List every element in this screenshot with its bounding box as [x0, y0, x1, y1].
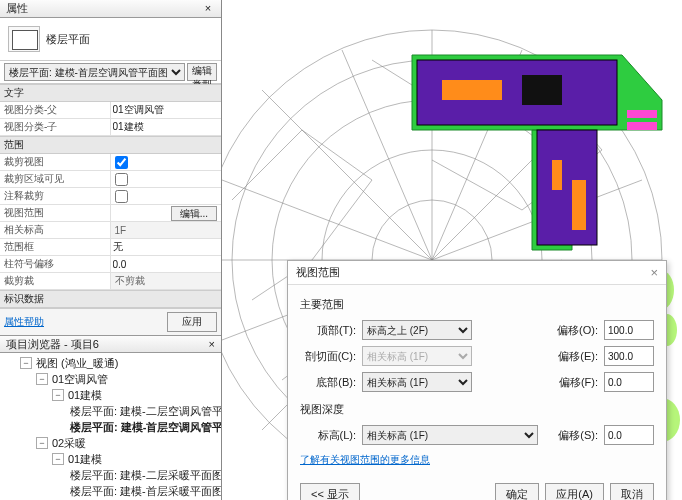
tree-twisty-icon[interactable]: − — [36, 437, 48, 449]
tree-label: 01建模 — [66, 452, 104, 467]
section-crop-value: 不剪裁 — [111, 273, 222, 289]
viewclass-parent-input[interactable] — [113, 105, 220, 116]
bottom-offset-input[interactable] — [604, 372, 654, 392]
scope-box-input[interactable] — [113, 242, 220, 253]
type-label: 楼层平面 — [46, 32, 90, 47]
dialog-title: 视图范围 — [296, 265, 340, 280]
svg-rect-19 — [522, 75, 562, 105]
prop-row-viewclass-child: 视图分类-子 — [0, 119, 221, 136]
svg-rect-18 — [442, 80, 502, 100]
tree-label: 楼层平面: 建模-二层采暖平面图 — [68, 468, 221, 483]
tree-twisty-icon[interactable]: − — [20, 357, 32, 369]
primary-range-label: 主要范围 — [300, 297, 654, 312]
floorplan-icon — [8, 26, 40, 52]
prop-row-viewclass-parent: 视图分类-父 — [0, 102, 221, 119]
svg-rect-21 — [627, 122, 657, 130]
tree-label: 楼层平面: 建模-首层采暖平面图 — [68, 484, 221, 499]
annot-crop-checkbox[interactable] — [115, 190, 128, 203]
group-text[interactable]: 文字 — [0, 84, 221, 102]
tree-twisty-icon[interactable]: − — [52, 453, 64, 465]
svg-rect-15 — [537, 130, 597, 245]
apply-button[interactable]: 应用(A) — [545, 483, 604, 500]
tree-node[interactable]: −01空调风管 — [32, 371, 221, 387]
tree-node[interactable]: −01建模 — [48, 451, 221, 467]
tree-label: 视图 (鸿业_暖通) — [34, 356, 121, 371]
project-tree[interactable]: −视图 (鸿业_暖通)−01空调风管−01建模楼层平面: 建模-二层空调风管平面… — [0, 353, 221, 500]
svg-rect-16 — [572, 180, 586, 230]
tree-node[interactable]: −视图 (鸿业_暖通) — [16, 355, 221, 371]
tree-node[interactable]: 楼层平面: 建模-二层空调风管平面图 — [64, 403, 221, 419]
tree-twisty-icon[interactable]: − — [36, 373, 48, 385]
column-offset-input[interactable] — [113, 259, 220, 270]
tree-node[interactable]: −02采暖 — [32, 435, 221, 451]
view-range-dialog: 视图范围 × 主要范围 顶部(T): 标高之上 (2F) 偏移(O): 剖切面(… — [287, 260, 667, 500]
dialog-close-icon[interactable]: × — [650, 265, 658, 280]
svg-rect-20 — [627, 110, 657, 118]
tree-node[interactable]: 楼层平面: 建模-首层空调风管平面图 — [64, 419, 221, 435]
tree-label: 01空调风管 — [50, 372, 110, 387]
instance-select[interactable]: 楼层平面: 建模-首层空调风管平面图 — [4, 63, 185, 81]
view-depth-label: 视图深度 — [300, 402, 654, 417]
properties-apply-button[interactable]: 应用 — [167, 312, 217, 332]
edit-type-button[interactable]: 编辑类型 — [187, 63, 217, 81]
cut-offset-input[interactable] — [604, 346, 654, 366]
cut-select[interactable]: 相关标高 (1F) — [362, 346, 472, 366]
viewclass-child-input[interactable] — [113, 122, 220, 133]
tree-label: 楼层平面: 建模-二层空调风管平面图 — [68, 404, 221, 419]
browser-close-icon[interactable]: × — [209, 338, 215, 350]
tree-label: 楼层平面: 建模-首层空调风管平面图 — [68, 420, 221, 435]
tree-label: 01建模 — [66, 388, 104, 403]
crop-visible-checkbox[interactable] — [115, 173, 128, 186]
rel-level-value: 1F — [111, 222, 222, 238]
group-range[interactable]: 范围 — [0, 136, 221, 154]
properties-close-icon[interactable]: × — [201, 2, 215, 16]
tree-twisty-icon[interactable]: − — [52, 389, 64, 401]
properties-header: 属性 × — [0, 0, 221, 18]
browser-title: 项目浏览器 - 项目6 — [6, 337, 99, 352]
tree-node[interactable]: 楼层平面: 建模-首层采暖平面图 — [64, 483, 221, 499]
cancel-button[interactable]: 取消 — [610, 483, 654, 500]
tree-node[interactable]: 楼层平面: 建模-二层采暖平面图 — [64, 467, 221, 483]
tree-node[interactable]: −01建模 — [48, 387, 221, 403]
bottom-select[interactable]: 相关标高 (1F) — [362, 372, 472, 392]
type-selector[interactable]: 楼层平面 — [0, 18, 221, 61]
properties-title: 属性 — [6, 1, 28, 16]
svg-rect-17 — [552, 160, 562, 190]
group-iddata[interactable]: 标识数据 — [0, 290, 221, 308]
learn-more-link[interactable]: 了解有关视图范围的更多信息 — [300, 453, 430, 467]
ok-button[interactable]: 确定 — [495, 483, 539, 500]
crop-view-checkbox[interactable] — [115, 156, 128, 169]
properties-help-link[interactable]: 属性帮助 — [4, 315, 44, 329]
view-range-button[interactable]: 编辑... — [171, 206, 217, 221]
tree-label: 02采暖 — [50, 436, 88, 451]
show-button[interactable]: << 显示 — [300, 483, 360, 500]
top-offset-input[interactable] — [604, 320, 654, 340]
browser-header: 项目浏览器 - 项目6 × — [0, 335, 221, 353]
level-offset-input[interactable] — [604, 425, 654, 445]
top-select[interactable]: 标高之上 (2F) — [362, 320, 472, 340]
level-select[interactable]: 相关标高 (1F) — [362, 425, 538, 445]
